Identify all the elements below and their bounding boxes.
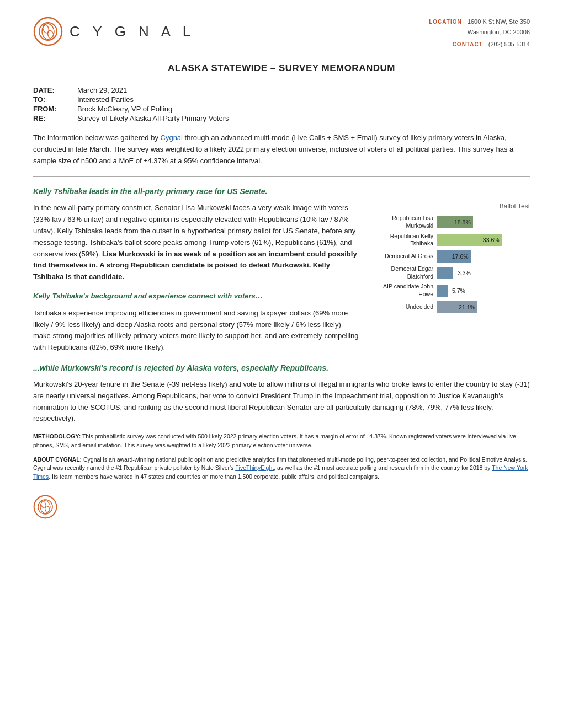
chart-bar-container: 17.6% xyxy=(437,250,530,263)
chart-bar-value: 3.3% xyxy=(458,270,471,276)
ballot-chart: Ballot Test Republican LisaMurkowski18.8… xyxy=(375,202,530,354)
chart-bar-label: Republican KellyTshibaka xyxy=(375,233,433,248)
about-text3: . Its team members have worked in 47 sta… xyxy=(49,473,379,480)
meta-to-row: TO: Interested Parties xyxy=(33,95,530,104)
methodology: METHODOLOGY: This probabilistic survey w… xyxy=(33,432,530,450)
section3-text: Murkowski's 20-year tenure in the Senate… xyxy=(33,379,530,425)
ballot-section: In the new all-party primary construct, … xyxy=(33,202,530,354)
chart-bar-label: AIP candidate JohnHowe xyxy=(375,283,433,298)
contact-info-block: LOCATION 1600 K St NW, Ste 350Washington… xyxy=(429,17,530,50)
cygnal-link[interactable]: Cygnal xyxy=(161,133,183,142)
chart-bar-fill: 18.8% xyxy=(437,216,473,228)
chart-bar-row: Republican KellyTshibaka33.6% xyxy=(375,233,530,248)
document-title: ALASKA STATEWIDE – SURVEY MEMORANDUM xyxy=(33,63,530,74)
contact-phone: (202) 505-5314 xyxy=(488,39,530,50)
re-label: RE: xyxy=(33,114,77,122)
cygnal-logo-icon xyxy=(33,17,63,46)
about-cygnal: ABOUT CYGNAL: Cygnal is an award-winning… xyxy=(33,456,530,481)
from-label: FROM: xyxy=(33,105,77,113)
meta-re-row: RE: Survey of Likely Alaska All-Party Pr… xyxy=(33,114,530,122)
chart-bar-label: Democrat EdgarBlatchford xyxy=(375,265,433,280)
footer-logo-icon xyxy=(33,495,57,519)
footer-logo xyxy=(33,495,530,521)
methodology-text: This probabilistic survey was conducted … xyxy=(33,433,516,448)
to-value: Interested Parties xyxy=(77,95,530,104)
chart-bar-value: 5.7% xyxy=(452,287,465,294)
date-label: DATE: xyxy=(33,86,77,94)
location-label: LOCATION xyxy=(429,17,461,26)
logo-area: C Y G N A L xyxy=(33,17,195,46)
chart-bar-row: Democrat Al Gross17.6% xyxy=(375,250,530,263)
chart-bar-fill: 33.6% xyxy=(437,234,502,246)
svg-point-2 xyxy=(42,24,50,34)
chart-bar-container: 3.3% xyxy=(437,267,530,279)
chart-bar-container: 21.1% xyxy=(437,301,530,313)
chart-bar-fill: 21.1% xyxy=(437,301,477,313)
location-value: 1600 K St NW, Ste 350Washington, DC 2000… xyxy=(468,17,530,37)
date-value: March 29, 2021 xyxy=(77,86,530,94)
meta-table: DATE: March 29, 2021 TO: Interested Part… xyxy=(33,86,530,122)
chart-bar-value: 33.6% xyxy=(483,237,500,243)
company-name: C Y G N A L xyxy=(70,23,195,40)
fivethirtyeight-link[interactable]: FiveThirtyEight xyxy=(235,464,274,471)
section-divider xyxy=(33,176,530,177)
bar-chart-container: Republican LisaMurkowski18.8%Republican … xyxy=(375,215,530,313)
section1-text: In the new all-party primary construct, … xyxy=(33,202,359,354)
section2-heading: Kelly Tshibaka's background and experien… xyxy=(33,291,359,302)
chart-bar-fill xyxy=(437,267,453,279)
section1-heading: Kelly Tshibaka leads in the all-party pr… xyxy=(33,187,530,196)
svg-point-6 xyxy=(40,500,47,508)
chart-bar-value: 18.8% xyxy=(454,219,471,226)
chart-bar-row: Undecided21.1% xyxy=(375,301,530,313)
chart-bar-container: 18.8% xyxy=(437,216,530,228)
about-heading: ABOUT CYGNAL: xyxy=(33,456,82,463)
chart-bar-label: Republican LisaMurkowski xyxy=(375,215,433,229)
chart-title: Ballot Test xyxy=(375,202,530,210)
chart-bar-value: 17.6% xyxy=(452,253,469,260)
chart-bar-fill: 17.6% xyxy=(437,250,471,263)
intro-paragraph: The information below was gathered by Cy… xyxy=(33,132,530,167)
to-label: TO: xyxy=(33,95,77,104)
header: C Y G N A L LOCATION 1600 K St NW, Ste 3… xyxy=(33,17,530,50)
meta-from-row: FROM: Brock McCleary, VP of Polling xyxy=(33,105,530,113)
meta-date-row: DATE: March 29, 2021 xyxy=(33,86,530,94)
chart-bar-container: 5.7% xyxy=(437,285,530,297)
chart-bar-row: Democrat EdgarBlatchford3.3% xyxy=(375,265,530,280)
about-text2: , as well as the #1 most accurate pollin… xyxy=(274,464,492,471)
chart-bar-container: 33.6% xyxy=(437,234,530,246)
chart-bar-label: Democrat Al Gross xyxy=(375,253,433,260)
from-value: Brock McCleary, VP of Polling xyxy=(77,105,530,113)
re-value: Survey of Likely Alaska All-Party Primar… xyxy=(77,114,530,122)
chart-bar-row: Republican LisaMurkowski18.8% xyxy=(375,215,530,229)
chart-bar-value: 21.1% xyxy=(459,304,475,311)
chart-bar-fill xyxy=(437,285,448,297)
chart-bar-row: AIP candidate JohnHowe5.7% xyxy=(375,283,530,298)
methodology-heading: METHODOLOGY: xyxy=(33,433,81,440)
contact-label: CONTACT xyxy=(453,40,483,49)
section3-heading: ...while Murkowski's record is rejected … xyxy=(33,363,530,372)
chart-bar-label: Undecided xyxy=(375,303,433,311)
